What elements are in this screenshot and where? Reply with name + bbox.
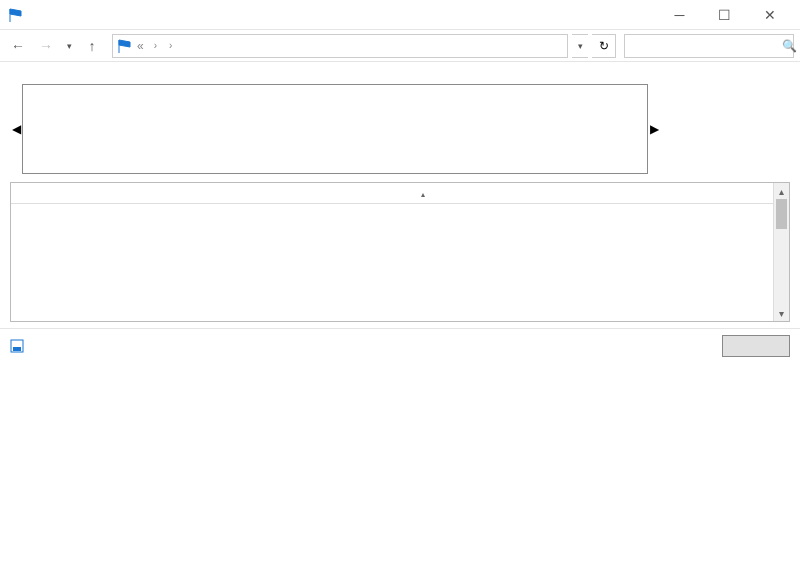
col-action[interactable] (591, 183, 789, 203)
scroll-up-icon[interactable]: ▴ (774, 183, 789, 199)
sort-indicator-icon: ▴ (421, 190, 425, 199)
table-body (11, 204, 789, 318)
scroll-thumb[interactable] (776, 199, 787, 229)
table-header: ▴ (11, 183, 789, 204)
recent-dropdown[interactable]: ▾ (62, 34, 76, 58)
details-table: ▴ ▴ ▾ (10, 182, 790, 322)
close-button[interactable]: ✕ (747, 0, 792, 30)
chart-scroll-left[interactable]: ◀ (10, 84, 22, 174)
col-summary[interactable] (211, 183, 411, 203)
save-icon (10, 339, 24, 353)
up-button[interactable]: ↑ (80, 34, 104, 58)
refresh-button[interactable]: ↻ (592, 34, 616, 58)
chart-legend (660, 84, 790, 174)
breadcrumb-prefix: « (137, 39, 144, 53)
maximize-button[interactable]: ☐ (702, 0, 747, 30)
col-source[interactable] (11, 183, 211, 203)
back-button[interactable]: ← (6, 34, 30, 58)
minimize-button[interactable]: ─ (657, 0, 702, 30)
search-box[interactable]: 🔍 (624, 34, 794, 58)
address-dropdown[interactable]: ▾ (572, 34, 588, 58)
control-panel-icon (117, 38, 133, 54)
ok-button[interactable] (722, 335, 790, 357)
search-icon[interactable]: 🔍 (782, 39, 797, 53)
breadcrumb[interactable]: « › › (112, 34, 568, 58)
chart-area: ◀ ▶ (10, 84, 790, 174)
chevron-right-icon: › (167, 40, 174, 51)
chart-scroll-right[interactable]: ▶ (648, 84, 660, 174)
search-input[interactable] (631, 39, 782, 53)
app-icon (8, 7, 24, 23)
col-date[interactable]: ▴ (411, 183, 591, 203)
scroll-down-icon[interactable]: ▾ (774, 305, 789, 321)
chevron-right-icon: › (152, 40, 159, 51)
forward-button[interactable]: → (34, 34, 58, 58)
scrollbar[interactable]: ▴ ▾ (773, 183, 789, 321)
svg-rect-1 (13, 347, 21, 351)
navbar: ← → ▾ ↑ « › › ▾ ↻ 🔍 (0, 30, 800, 62)
content: ◀ ▶ ▴ ▴ ▾ (0, 62, 800, 322)
footer (0, 328, 800, 363)
reliability-chart[interactable] (22, 84, 648, 174)
titlebar: ─ ☐ ✕ (0, 0, 800, 30)
